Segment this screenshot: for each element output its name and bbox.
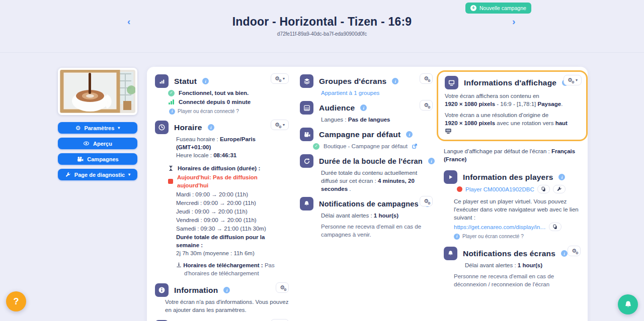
- coffee-preview-image: [60, 70, 135, 113]
- sidebar-item-diagnostic[interactable]: Page de diagnostic ▾: [58, 169, 137, 180]
- status-ok-text: Fonctionnel, tout va bien.: [179, 89, 249, 97]
- alert-delay-line: Délai avant alertes : 1 hour(s): [465, 261, 581, 269]
- screen-uuid: d72fe11f-89a9-40dc-ba7f-eda90900d0fc: [0, 31, 644, 37]
- gear-icon: ⚙⚙: [568, 77, 573, 83]
- display-content-line: Votre écran affichera son contenu en 192…: [445, 92, 581, 108]
- offline-status-dot: [457, 186, 462, 192]
- affichage-settings-button[interactable]: ⚙⚙ ▾: [564, 75, 582, 85]
- notif-note: Personne ne recevra d'email en cas de ca…: [321, 223, 433, 239]
- info-icon[interactable]: i: [169, 109, 175, 115]
- plus-icon: +: [470, 5, 476, 11]
- question-mark-icon: ?: [14, 296, 19, 307]
- information-empty-text: Votre écran n'a pas d'informations. Vous…: [165, 298, 289, 314]
- play-icon: [444, 170, 457, 184]
- total-diffusion-value: 2j 7h 30m (moyenne : 11h 6m): [176, 249, 289, 257]
- new-campaign-label: Nouvelle campagne: [479, 5, 526, 11]
- card-audience: Audience i ⚙⚙ Langues : Pas de langues: [300, 101, 433, 124]
- help-button[interactable]: ?: [6, 291, 26, 311]
- lieu-settings-button[interactable]: ⚙⚙ ▾: [271, 319, 289, 321]
- sidebar-item-apercu[interactable]: Aperçu: [58, 138, 137, 149]
- groupes-settings-button[interactable]: ⚙⚙: [420, 73, 433, 84]
- parametres-label: Paramètres: [84, 125, 114, 131]
- card-notif-ecrans: Notifications des écrans i ⚙⚙ Délai avan…: [444, 247, 581, 288]
- card-title: Durée de la boucle de l'écran: [319, 157, 423, 165]
- monitor-icon: [445, 76, 458, 89]
- player-link[interactable]: Player CM0000A1902DBC: [465, 185, 534, 193]
- loop-duration-text: Durée totale du contenu actuellement dif…: [321, 169, 433, 193]
- notif-ecrans-settings-button[interactable]: ⚙⚙: [568, 246, 581, 256]
- virtual-player-desc: Ce player est un player virtuel. Vous po…: [454, 197, 581, 222]
- signal-bars-icon: [155, 74, 169, 88]
- notif-note: Personne ne recevra d'email en cas de dé…: [454, 272, 581, 288]
- card-boucle: Durée de la boucle de l'écran i Durée to…: [300, 154, 433, 193]
- player-url-link[interactable]: https://get.cenareo.com/display/in…: [454, 223, 546, 231]
- video-camera-icon: [76, 156, 84, 163]
- audience-icon: [300, 101, 313, 115]
- copy-url-button[interactable]: [549, 223, 561, 231]
- gear-icon: ⚙⚙: [280, 285, 285, 290]
- groups-link[interactable]: Appartient à 1 groupes: [321, 90, 379, 96]
- page-title: Indoor - Horizontal - Tizen - 16:9: [0, 15, 644, 29]
- info-icon[interactable]: i: [360, 104, 367, 111]
- info-icon[interactable]: i: [454, 234, 460, 240]
- card-title: Notifications des écrans: [463, 249, 555, 258]
- information-settings-button[interactable]: ⚙⚙: [276, 282, 289, 293]
- statut-settings-button[interactable]: ⚙⚙ ▾: [271, 73, 289, 84]
- sidebar-item-campagnes[interactable]: Campagnes: [58, 153, 137, 165]
- notifications-chat-button[interactable]: [618, 294, 638, 314]
- card-notif-campagnes: Notifications de campagnes i ⚙⚙ Délai av…: [300, 197, 433, 239]
- player-tools-button[interactable]: [553, 185, 566, 193]
- card-horaire: Horaire i ⚙⚙ ▾ Fuseau horaire : Europe/P…: [155, 121, 289, 277]
- card-title: Notifications de campagnes: [319, 200, 419, 208]
- chevron-down-icon: ▾: [283, 123, 285, 127]
- check-circle-icon: ✓: [168, 90, 175, 96]
- info-icon[interactable]: i: [558, 174, 565, 180]
- gear-icon: ⚙⚙: [275, 76, 280, 81]
- info-icon[interactable]: i: [202, 78, 209, 84]
- highlight-outline: Informations d'affichage i ⚙⚙ ▾ Votre éc…: [437, 70, 588, 141]
- local-time-line: Heure locale : 08:46:31: [176, 151, 289, 159]
- schedule-day: Mercredi : 09:00 → 20:00 (11h): [176, 199, 289, 207]
- default-campaign-name: Boutique - Campagne par défaut: [324, 142, 408, 150]
- download-icon: [176, 262, 182, 268]
- bell-icon: [300, 197, 313, 210]
- total-diffusion-label: Durée totale de diffusion pour la semain…: [176, 233, 289, 249]
- info-icon[interactable]: i: [428, 158, 435, 164]
- info-icon[interactable]: i: [392, 78, 398, 84]
- external-link-icon[interactable]: [412, 143, 418, 149]
- copy-player-button[interactable]: [537, 185, 550, 193]
- notif-campagnes-settings-button[interactable]: ⚙⚙: [420, 196, 433, 206]
- card-title: Statut: [174, 77, 197, 86]
- card-information: Information i ⚙⚙ Votre écran n'a pas d'i…: [155, 283, 289, 314]
- info-circle-icon: [155, 283, 169, 297]
- chevron-down-icon: ▾: [128, 173, 130, 177]
- copy-icon: [552, 224, 558, 230]
- bell-icon: [624, 300, 632, 309]
- info-icon[interactable]: i: [561, 250, 568, 257]
- video-camera-icon: [300, 128, 313, 141]
- horaire-settings-button[interactable]: ⚙⚙ ▾: [271, 120, 289, 130]
- gear-icon: ⚙⚙: [572, 248, 577, 254]
- apercu-label: Aperçu: [93, 141, 112, 147]
- wrench-icon: [65, 172, 71, 178]
- audience-settings-button[interactable]: ⚙⚙: [420, 100, 433, 111]
- screen-details-panel: Statut i ⚙⚙ ▾ ✓Fonctionnel, tout va bien…: [147, 67, 588, 321]
- info-icon[interactable]: i: [223, 287, 230, 293]
- signal-bars-green-icon: [168, 99, 175, 104]
- sidebar-actions: ⚙ Paramètres ▾ Aperçu Campagnes Page de …: [58, 122, 137, 180]
- screen-preview-thumbnail[interactable]: [58, 68, 137, 115]
- gear-icon: ⚙⚙: [424, 198, 429, 204]
- schedule-day: Samedi : 09:30 → 21:00 (11h 30m): [176, 225, 289, 233]
- layers-icon: [300, 74, 313, 88]
- wrench-icon: [556, 186, 562, 192]
- info-icon[interactable]: i: [406, 131, 413, 138]
- clock-icon: [155, 121, 169, 134]
- info-icon[interactable]: i: [208, 124, 214, 131]
- sidebar-item-parametres[interactable]: ⚙ Paramètres ▾: [58, 122, 137, 134]
- copy-icon: [541, 186, 546, 192]
- alert-delay-line: Délai avant alertes : 1 hour(s): [321, 211, 433, 220]
- chevron-down-icon: ▾: [576, 78, 578, 82]
- new-campaign-button[interactable]: + Nouvelle campagne: [465, 3, 531, 14]
- schedule-day: Jeudi : 09:00 → 20:00 (11h): [176, 207, 289, 216]
- schedule-day: Vendredi : 09:00 → 20:00 (11h): [176, 216, 289, 224]
